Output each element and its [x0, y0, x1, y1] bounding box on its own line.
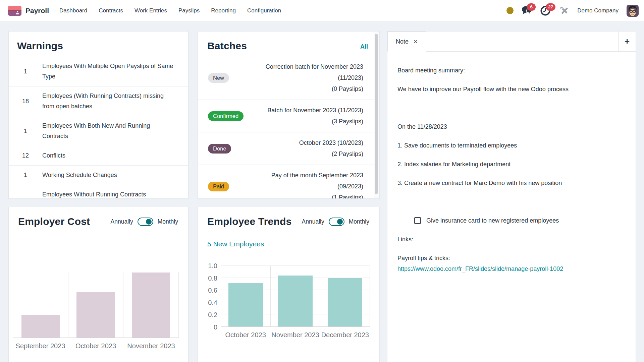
payroll-tips-link[interactable]: https://www.odoo.com/fr_FR/slides/slide/…	[397, 265, 563, 272]
plot-column	[221, 266, 271, 326]
warning-row[interactable]: 1Employees With Both New And Running Con…	[9, 116, 188, 146]
batches-all-link[interactable]: All	[360, 43, 368, 52]
y-tick-label: 1.0	[208, 262, 217, 270]
app-title: Payroll	[25, 7, 49, 15]
employer-cost-panel: Employer Cost Annually Monthly September…	[8, 207, 189, 362]
x-axis-label: October 2023	[221, 327, 270, 339]
warning-row[interactable]: 1Employees With Multiple Open Payslips o…	[9, 56, 188, 86]
employee-trends-panel: Employee Trends Annually Monthly 5 New E…	[198, 207, 380, 362]
period-switch[interactable]	[329, 218, 344, 226]
warning-label: Employees (With Running Contracts) missi…	[42, 91, 188, 112]
note-paragraph	[397, 196, 626, 207]
batch-row[interactable]: PaidPay of the month September 2023(09/2…	[198, 165, 379, 199]
batches-panel: Batches All NewCorrection batch for Nove…	[198, 31, 380, 199]
nav-item-dashboard[interactable]: Dashboard	[54, 4, 93, 17]
warning-count: 1	[9, 172, 42, 179]
y-tick-label: 0	[214, 323, 217, 331]
plot-column	[271, 266, 320, 326]
y-tick-label: 0.8	[208, 274, 217, 282]
activities-button[interactable]: 27	[540, 6, 551, 16]
x-axis-label: October 2023	[68, 338, 123, 350]
nav-item-contracts[interactable]: Contracts	[93, 4, 129, 17]
annually-label: Annually	[111, 218, 133, 225]
x-axis-label: November 2023	[270, 327, 320, 339]
y-tick-label: 0.6	[208, 287, 217, 294]
warning-row[interactable]: 1Working Schedule Changes	[9, 166, 188, 185]
bar-october-2023	[228, 283, 263, 326]
nav-item-reporting[interactable]: Reporting	[205, 4, 241, 17]
batch-name: October 2023 (10/2023)(2 Payslips)	[236, 137, 363, 160]
batch-status-badge: Confirmed	[208, 111, 244, 121]
employee-trends-period-toggle: Annually Monthly	[302, 218, 369, 226]
note-paragraph: 2. Index salaries for Marketing departme…	[397, 159, 626, 170]
y-tick-label: 0.4	[208, 299, 217, 306]
add-tab-button[interactable]: +	[618, 32, 636, 51]
monthly-label: Monthly	[349, 218, 369, 225]
y-axis: 00.20.40.60.81.0	[202, 266, 221, 327]
plot-area	[221, 266, 370, 327]
batch-row[interactable]: DoneOctober 2023 (10/2023)(2 Payslips)	[198, 132, 379, 165]
note-links-label: Links:	[397, 234, 626, 245]
warning-count: 1	[9, 68, 42, 75]
batch-name: Correction batch for November 2023(11/20…	[234, 61, 363, 95]
batch-status-badge: Done	[208, 144, 231, 154]
batch-status-badge: Paid	[208, 182, 229, 191]
new-employees-link[interactable]: 5 New Employees	[207, 240, 379, 248]
warning-count: 1	[9, 128, 42, 135]
batch-row[interactable]: ConfirmedBatch for November 2023 (11/202…	[198, 100, 379, 132]
payroll-app-icon	[8, 6, 21, 16]
warning-label: Employees With Both New And Running Cont…	[42, 121, 188, 141]
warning-row[interactable]: 12Conflicts	[9, 146, 188, 166]
warning-label: Working Schedule Changes	[42, 170, 188, 180]
nav-item-payslips[interactable]: Payslips	[173, 4, 205, 17]
warning-label: Employees With Multiple Open Payslips of…	[42, 61, 188, 82]
batch-status-badge: New	[208, 73, 229, 83]
batch-name: Pay of the month September 2023(09/2023)…	[234, 170, 363, 199]
insurance-checkbox-label: Give insurance card to new registered em…	[426, 215, 559, 226]
messages-count-badge: 6	[527, 3, 536, 11]
plot-column	[123, 272, 178, 338]
nav-item-configuration[interactable]: Configuration	[241, 4, 287, 17]
activities-count-badge: 27	[546, 3, 555, 11]
tab-note[interactable]: Note ✕	[387, 32, 426, 52]
warnings-panel: Warnings 1Employees With Multiple Open P…	[8, 31, 189, 199]
warning-row[interactable]: 18Employees (With Running Contracts) mis…	[9, 86, 188, 116]
company-menu[interactable]: Demo Company	[577, 7, 619, 14]
messages-button[interactable]: 6	[522, 6, 532, 16]
x-axis-label: November 2023	[123, 338, 179, 350]
warning-label: Conflicts	[42, 150, 188, 161]
warning-count: 12	[9, 152, 42, 159]
nav-item-work-entries[interactable]: Work Entries	[129, 4, 173, 17]
period-switch[interactable]	[138, 218, 153, 226]
batches-title: Batches	[207, 40, 247, 52]
note-checkbox-row: Give insurance card to new registered em…	[414, 215, 626, 226]
batch-row[interactable]: NewCorrection batch for November 2023(11…	[198, 56, 379, 100]
navbar-right: 6 27 Demo Company	[506, 5, 639, 17]
note-paragraph: Board meeting summary:	[397, 65, 626, 76]
warning-count: 18	[9, 98, 42, 105]
employer-cost-period-toggle: Annually Monthly	[111, 218, 178, 226]
note-tabbar: Note ✕ +	[387, 32, 636, 52]
batches-list: NewCorrection batch for November 2023(11…	[198, 56, 379, 199]
bar-december-2023	[328, 278, 362, 326]
user-avatar[interactable]	[627, 5, 639, 17]
app-switcher[interactable]: Payroll	[8, 6, 49, 16]
support-tools-button[interactable]	[559, 6, 569, 16]
note-paragraph: On the 11/28/2023	[397, 121, 626, 132]
note-editor[interactable]: Board meeting summary:We have to improve…	[387, 52, 636, 362]
warning-label: Employees Without Running Contracts	[42, 189, 188, 199]
note-paragraph	[397, 103, 626, 113]
plot-column	[320, 266, 370, 326]
employer-cost-title: Employer Cost	[18, 216, 90, 227]
insurance-checkbox[interactable]	[414, 217, 421, 224]
tab-note-label: Note	[396, 38, 409, 45]
monthly-label: Monthly	[158, 218, 178, 225]
tab-close-icon[interactable]: ✕	[413, 38, 418, 45]
batches-scrollbar[interactable]	[374, 32, 379, 198]
warning-row[interactable]: Employees Without Running Contracts	[9, 185, 188, 199]
annually-label: Annually	[302, 218, 324, 225]
warnings-title: Warnings	[17, 40, 178, 52]
bar-october-2023	[76, 292, 115, 338]
status-dot-icon	[506, 7, 514, 14]
warnings-list: 1Employees With Multiple Open Payslips o…	[9, 56, 188, 199]
